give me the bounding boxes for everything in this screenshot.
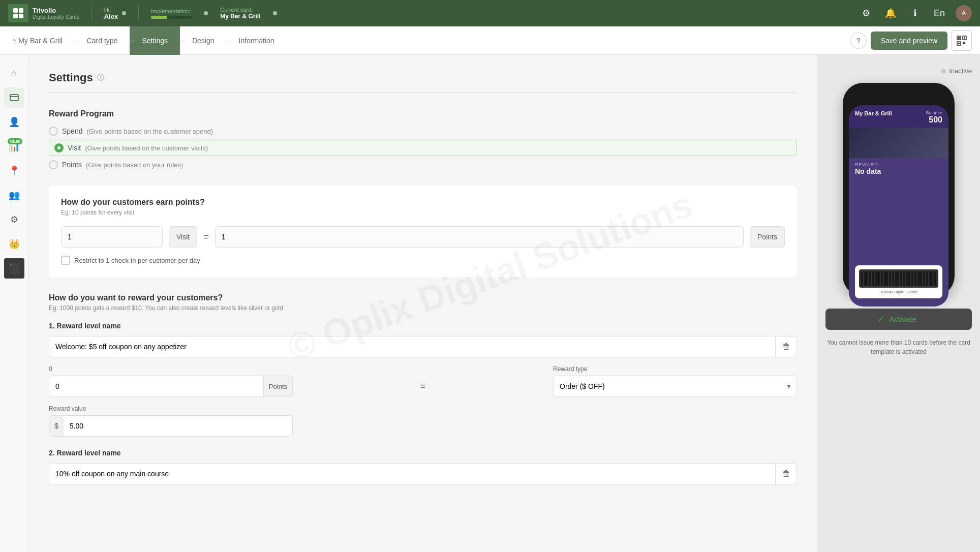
- radio-points[interactable]: Points (Give points based on your rules): [49, 160, 797, 169]
- bell-icon[interactable]: 🔔: [882, 5, 899, 21]
- nav-dot-3: [273, 11, 277, 15]
- reward-cols-1: 0 Points = Reward type Order ($ O: [49, 365, 797, 437]
- logo-name: Trivolio: [33, 7, 79, 15]
- visits-input[interactable]: [61, 226, 163, 248]
- reward-equals-col-1: =: [301, 376, 545, 397]
- sidebar-item-contacts[interactable]: 👤: [4, 112, 24, 132]
- restrict-checkbox[interactable]: [61, 256, 70, 265]
- activate-label: Activate: [889, 315, 916, 323]
- implementation-label: Implementation:: [151, 8, 192, 14]
- svg-rect-5: [958, 43, 960, 44]
- sidebar-item-rewards[interactable]: 👑: [4, 234, 24, 254]
- radio-spend-label: Spend: [62, 127, 82, 135]
- breadcrumb-card-type-label: Card type: [87, 37, 118, 45]
- reward-type-col-1: Reward type Order ($ OFF) ▼: [553, 365, 797, 397]
- settings-header: Settings ⓘ: [49, 71, 797, 84]
- nav-implementation: Implementation:: [151, 8, 192, 19]
- current-card-name: My Bar & Grill: [220, 13, 260, 20]
- breadcrumb-design-label: Design: [192, 37, 215, 45]
- svg-rect-6: [963, 42, 964, 43]
- help-button[interactable]: ?: [850, 33, 867, 49]
- reward-delete-btn-1[interactable]: 🗑: [776, 336, 797, 357]
- visit-label-box: Visit: [169, 226, 197, 248]
- breadcrumb-information[interactable]: Information: [227, 26, 287, 55]
- reward-type-label-1: Reward type: [553, 365, 797, 373]
- phone-screen-top: My Bar & Grill Balance 500: [849, 105, 948, 128]
- analytics-badge: NEW: [8, 138, 22, 144]
- home-icon: ⌂: [12, 37, 16, 45]
- save-preview-button[interactable]: Save and preview: [871, 32, 947, 50]
- radio-spend-sublabel: (Give points based on the customer spend…: [86, 128, 213, 135]
- reward-delete-btn-2[interactable]: 🗑: [776, 463, 797, 484]
- reward-program-title: Reward Program: [49, 109, 797, 118]
- phone-balance-label: Balance: [926, 110, 942, 115]
- svg-rect-10: [10, 95, 18, 101]
- qr-button[interactable]: [952, 30, 972, 51]
- right-panel: Inactive My Bar & Grill Balance 500 REWA…: [817, 55, 980, 552]
- sidebar-item-terminal[interactable]: ⬛: [4, 258, 24, 279]
- settings-info-icon[interactable]: ⓘ: [97, 73, 104, 82]
- activate-button[interactable]: ✓ Activate: [825, 309, 972, 330]
- breadcrumb-home[interactable]: ⌂ My Bar & Grill: [0, 26, 75, 55]
- current-card-label: Current card:: [220, 7, 260, 13]
- reward-equals-1: =: [301, 376, 545, 397]
- reward-type-select-1[interactable]: Order ($ OFF): [553, 376, 797, 397]
- status-text: Inactive: [949, 67, 972, 75]
- earn-points-section: How do your customers earn points? Eg: 1…: [49, 186, 797, 277]
- nav-status-dot: [122, 11, 126, 15]
- nav-user-text: Hi, Alex: [104, 7, 118, 20]
- sidebar-item-home[interactable]: ⌂: [4, 63, 24, 83]
- radio-spend-circle: [49, 127, 58, 136]
- reward-amount-input-1[interactable]: [64, 415, 293, 437]
- nav-divider-2: [138, 6, 139, 21]
- svg-rect-3: [958, 37, 960, 39]
- points-input[interactable]: [215, 226, 744, 248]
- svg-rect-8: [963, 43, 964, 44]
- sidebar-item-settings[interactable]: ⚙: [4, 209, 24, 230]
- activate-checkmark: ✓: [878, 315, 884, 323]
- svg-rect-4: [964, 37, 965, 39]
- reward-level-1-title: 1. Reward level name: [49, 322, 797, 330]
- breadcrumb-design[interactable]: Design: [180, 26, 227, 55]
- sidebar-item-location[interactable]: 📍: [4, 161, 24, 181]
- logo[interactable]: Trivolio Digital Loyalty Cards: [8, 4, 79, 22]
- phone-balance-value: 500: [926, 115, 942, 125]
- reward-program-options: Spend (Give points based on the customer…: [49, 127, 797, 169]
- restrict-checkin[interactable]: Restrict to 1 check-in per customer per …: [61, 256, 785, 265]
- radio-points-label: Points: [62, 161, 82, 169]
- implementation-fill: [151, 16, 167, 19]
- restrict-label: Restrict to 1 check-in per customer per …: [74, 257, 200, 264]
- left-sidebar: ⌂ 👤 📊 NEW 📍 👥 ⚙ 👑 ⬛: [0, 55, 28, 552]
- settings-title: Settings: [49, 71, 93, 84]
- logo-text-area: Trivolio Digital Loyalty Cards: [33, 7, 79, 20]
- reward-name-input-2[interactable]: [49, 463, 776, 484]
- nav-divider-1: [91, 6, 92, 21]
- sidebar-item-users[interactable]: 👥: [4, 185, 24, 205]
- breadcrumb-settings[interactable]: Settings: [130, 26, 180, 55]
- nav-current-card: Current card: My Bar & Grill: [220, 7, 260, 20]
- sidebar-item-cards[interactable]: [4, 87, 24, 108]
- radio-spend[interactable]: Spend (Give points based on the customer…: [49, 127, 797, 136]
- breadcrumb-navigation: ⌂ My Bar & Grill Card type Settings Desi…: [0, 26, 980, 55]
- breadcrumb-card-type[interactable]: Card type: [75, 26, 130, 55]
- breadcrumb-items: ⌂ My Bar & Grill Card type Settings Desi…: [0, 26, 842, 55]
- radio-visit[interactable]: Visit (Give points based on the customer…: [49, 140, 797, 156]
- user-avatar[interactable]: A: [956, 5, 972, 21]
- sidebar-item-analytics[interactable]: 📊 NEW: [4, 136, 24, 157]
- logo-icon: [8, 4, 28, 22]
- nav-user: Hi, Alex: [104, 7, 126, 20]
- reward-name-input-1[interactable]: [49, 336, 776, 357]
- radio-points-circle: [49, 160, 58, 169]
- reward-customers-section: How do you want to reward your customers…: [49, 293, 797, 484]
- reward-points-input-1[interactable]: [49, 376, 264, 397]
- svg-rect-9: [964, 43, 965, 44]
- phone-screen: My Bar & Grill Balance 500 REWARD No dat…: [849, 105, 948, 306]
- nav-left: Trivolio Digital Loyalty Cards Hi, Alex …: [8, 4, 277, 22]
- nav-greeting: Hi,: [104, 7, 118, 13]
- top-navigation: Trivolio Digital Loyalty Cards Hi, Alex …: [0, 0, 980, 26]
- activate-note: You cannot issue more than 10 cards befo…: [825, 338, 972, 356]
- reward-type-select-wrapper-1: Order ($ OFF) ▼: [553, 376, 797, 397]
- language-selector[interactable]: En: [931, 5, 947, 21]
- settings-icon[interactable]: ⚙: [858, 5, 874, 21]
- info-circle-icon[interactable]: ℹ: [907, 5, 923, 21]
